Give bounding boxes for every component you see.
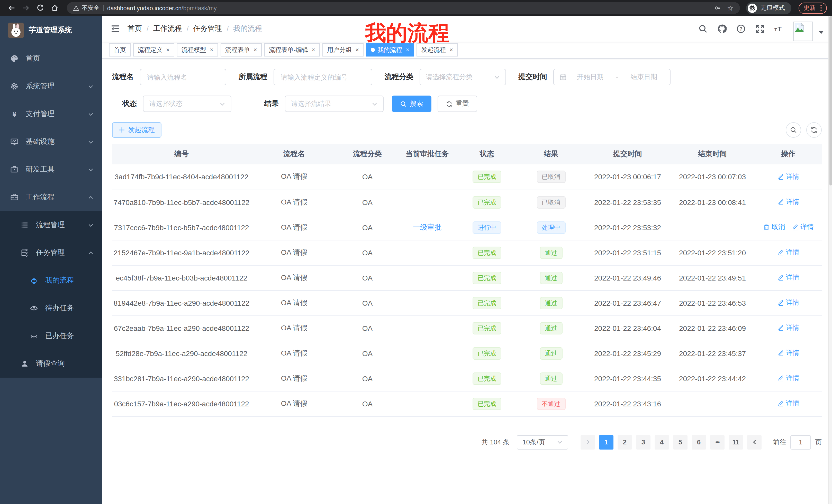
chevron-down-icon [88,167,94,172]
help-icon[interactable]: ? [736,24,746,33]
kebab-menu-icon[interactable] [820,5,822,11]
close-icon[interactable]: × [449,47,453,53]
prev-page-button[interactable] [580,435,595,449]
chevron-down-icon[interactable] [818,31,824,34]
sidebar-item-9[interactable]: 待办任务 [0,295,102,322]
github-icon[interactable] [717,24,727,33]
page-button-3[interactable]: 3 [636,435,650,449]
address-bar[interactable]: 不安全 dashboard.yudao.iocoder.cn/bpm/task/… [67,2,740,14]
screen: 不安全 dashboard.yudao.iocoder.cn/bpm/task/… [0,0,832,504]
avatar[interactable] [794,22,813,41]
action-详情[interactable]: 详情 [777,399,799,408]
action-label: 详情 [786,348,799,358]
action-详情[interactable]: 详情 [777,172,799,181]
reset-button[interactable]: 重置 [438,95,477,112]
action-详情[interactable]: 详情 [777,324,799,333]
page-button-4[interactable]: 4 [655,435,669,449]
app-logo[interactable]: 芋道管理系统 [0,16,102,45]
goto-page-input[interactable] [790,435,811,449]
sidebar-item-11[interactable]: 请假查询 [0,350,102,377]
close-icon[interactable]: × [166,47,170,53]
tab-label: 流程表单 [225,46,250,54]
action-详情[interactable]: 详情 [777,248,799,257]
parent-process-input[interactable] [280,73,366,81]
scrollbar[interactable] [828,16,832,504]
process-name-label: 流程名 [112,73,134,82]
action-详情[interactable]: 详情 [777,298,799,307]
action-label: 详情 [786,298,799,307]
tab-0[interactable]: 首页 [109,43,131,57]
sidebar-item-6[interactable]: 流程管理 [0,211,102,239]
scrollbar-thumb[interactable] [829,16,832,186]
result-select[interactable]: 请选择流结果 [285,95,384,112]
hamburger-icon[interactable] [110,24,120,34]
action-取消[interactable]: 取消 [763,223,785,232]
category-select[interactable]: 请选择流程分类 [420,69,506,85]
page-button-11[interactable]: 11 [729,435,743,449]
action-详情[interactable]: 详情 [791,223,814,232]
breadcrumb-item[interactable]: 工作流程 [153,24,182,33]
divider [103,5,104,11]
search-icon[interactable] [698,24,707,33]
key-icon[interactable] [714,5,721,11]
action-详情[interactable]: 详情 [777,374,799,383]
sidebar-item-3[interactable]: 基础设施 [0,128,102,156]
parent-process-input-wrap [274,69,372,85]
page-size-select[interactable]: 10条/页 [517,435,568,449]
action-详情[interactable]: 详情 [777,198,799,207]
next-page-button[interactable] [747,435,761,449]
page-button-2[interactable]: 2 [618,435,632,449]
tab-1[interactable]: 流程定义× [133,43,174,57]
security-status[interactable]: 不安全 [73,4,100,12]
browser-forward-button[interactable] [20,2,32,14]
sidebar-item-4[interactable]: 研发工具 [0,156,102,184]
browser-update-button[interactable]: 更新 [798,2,827,13]
sidebar-item-0[interactable]: 首页 [0,45,102,73]
page-button-1[interactable]: 1 [599,435,614,449]
browser-reload-button[interactable] [34,2,46,14]
show-search-button[interactable] [786,122,801,138]
search-button[interactable]: 搜索 [392,95,432,112]
page-button-6[interactable]: 6 [692,435,706,449]
chevron-down-icon [494,74,500,80]
sidebar-item-7[interactable]: 任务管理 [0,239,102,267]
sidebar-item-10[interactable]: 已办任务 [0,322,102,350]
tab-4[interactable]: 流程表单-编辑× [264,43,320,57]
edit-icon [791,224,798,231]
close-icon[interactable]: × [355,47,359,53]
sidebar-item-1[interactable]: 系统管理 [0,73,102,100]
page-button-5[interactable]: 5 [673,435,687,449]
close-icon[interactable]: × [406,47,409,53]
date-range-picker[interactable]: 开始日期 - 结束日期 [553,69,671,85]
tab-5[interactable]: 用户分组× [322,43,364,57]
edit-icon [777,173,784,180]
font-size-icon[interactable]: TT [774,24,784,33]
sidebar-item-5[interactable]: 工作流程 [0,184,102,211]
close-icon[interactable]: × [210,47,213,53]
refresh-table-button[interactable] [806,122,822,138]
tab-2[interactable]: 流程模型× [177,43,218,57]
bookmark-star-icon[interactable]: ☆ [727,4,733,11]
cell-status: 已完成 [457,341,517,366]
process-name-input[interactable] [146,73,220,81]
action-详情[interactable]: 详情 [777,273,799,282]
fullscreen-icon[interactable] [755,24,765,33]
browser-back-button[interactable] [5,2,18,14]
sidebar-item-2[interactable]: ¥支付管理 [0,100,102,128]
tab-3[interactable]: 流程表单× [220,43,262,57]
status-badge: 已完成 [473,272,501,284]
close-icon[interactable]: × [312,47,315,53]
row-actions: 取消详情 [763,223,814,232]
close-icon[interactable]: × [254,47,257,53]
breadcrumb-item[interactable]: 任务管理 [193,24,222,33]
page-ellipsis[interactable]: ••• [710,435,725,449]
action-详情[interactable]: 详情 [777,348,799,358]
sidebar-item-8[interactable]: 我的流程 [0,267,102,295]
start-process-button[interactable]: 发起流程 [112,122,161,138]
status-select[interactable]: 请选择状态 [143,95,231,112]
briefcase-icon [10,193,19,201]
current-task-link[interactable]: 一级审批 [413,223,442,231]
browser-home-button[interactable] [48,2,61,14]
breadcrumb-item[interactable]: 首页 [128,24,142,33]
sidebar-item-label: 任务管理 [36,248,65,257]
